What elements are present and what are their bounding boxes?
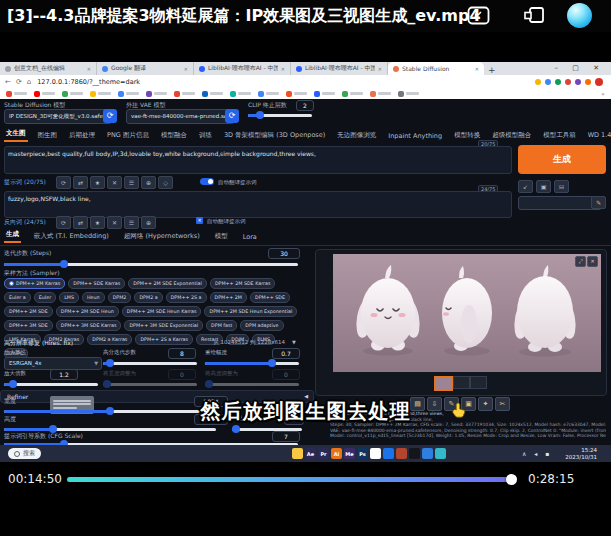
extension-icon[interactable] <box>575 79 581 85</box>
bookmark-item[interactable] <box>202 91 223 97</box>
sampler-option[interactable]: DPM2 <box>108 292 132 303</box>
reload-icon[interactable]: ⟳ <box>16 78 22 86</box>
sampler-option[interactable]: DPM++ SDE Karras <box>68 278 125 289</box>
hires-title[interactable]: 高分辨率修复 (Hires. fix) <box>4 339 73 348</box>
bookmark-item[interactable] <box>286 91 307 97</box>
taskbar-app-icon[interactable] <box>422 448 433 459</box>
bookmark-item[interactable] <box>258 91 279 97</box>
webui-tab[interactable]: 后期处理 <box>67 129 97 142</box>
sampler-option[interactable]: DPM++ 3M SDE Exponential <box>124 320 203 331</box>
bookmark-item[interactable] <box>34 91 55 97</box>
bookmark-item[interactable] <box>146 91 167 97</box>
extra-tab[interactable]: 超网络 (Hypernetworks) <box>122 230 202 243</box>
resize-w-slider[interactable] <box>103 383 197 386</box>
prompt-tool-button[interactable]: ⇄ <box>73 176 88 189</box>
prompt-textarea[interactable]: masterpiece,best quality,full body,IP,3d… <box>4 146 512 174</box>
upscale-by-slider[interactable] <box>4 383 98 386</box>
refresh-vae-button[interactable]: ⟳ <box>225 109 239 123</box>
prompt-tool-button[interactable]: ✕ <box>107 176 122 189</box>
resize-h-value[interactable]: 0 <box>272 369 300 380</box>
webui-tab[interactable]: 文生图 <box>4 127 28 142</box>
browser-tab[interactable]: Stable Diffusion ✕ <box>388 62 484 75</box>
hires-collapse-icon[interactable]: ▼ <box>292 339 296 345</box>
bookmark-item[interactable] <box>314 91 335 97</box>
prompt-tool-button[interactable]: ☰ <box>124 176 139 189</box>
progress-thumb[interactable] <box>506 474 517 485</box>
home-icon[interactable]: ⌂ <box>27 78 31 86</box>
prompt-tool-button[interactable]: ⊕ <box>141 176 156 189</box>
bookmark-item[interactable] <box>230 91 251 97</box>
denoise-value[interactable]: 0.7 <box>272 348 300 359</box>
negative-tool-button[interactable]: ★ <box>90 216 105 229</box>
profile-avatar[interactable] <box>595 78 603 86</box>
sampler-option[interactable]: DPM++ 3M SDE <box>4 320 53 331</box>
bookmark-item[interactable] <box>370 91 391 97</box>
sampler-option[interactable]: DPM++ 2M Karras <box>4 278 65 289</box>
generate-tool-button[interactable]: ⊟ <box>554 180 569 193</box>
sampler-option[interactable]: DPM adaptive <box>240 320 283 331</box>
extension-icon[interactable] <box>565 79 571 85</box>
sampler-option[interactable]: DPM++ SDE <box>250 292 290 303</box>
prompt-tool-button[interactable]: ★ <box>90 176 105 189</box>
browser-tab[interactable]: LiblibAI·哩布哩布AI - 中国领先的AI创作平台 ✕ <box>291 62 388 75</box>
negative-tool-button[interactable]: ☰ <box>124 216 139 229</box>
negative-prompt-textarea[interactable]: fuzzy,logo,NSFW,black line, <box>4 191 512 218</box>
edit-styles-button[interactable]: ✎ <box>591 196 606 209</box>
upscale-by-value[interactable]: 1.2 <box>50 369 78 380</box>
height-slider[interactable] <box>4 428 216 431</box>
taskbar-app-icon[interactable]: Ai <box>331 448 342 459</box>
cfg-value[interactable]: 7 <box>272 431 300 442</box>
translate-toggle[interactable] <box>200 178 214 185</box>
negative-tool-button[interactable]: ⊕ <box>141 216 156 229</box>
bookmarks-overflow-icon[interactable]: » <box>601 90 605 97</box>
browser-tab[interactable]: Google 翻译 ✕ <box>97 62 194 75</box>
tab-close-icon[interactable]: ✕ <box>475 66 479 72</box>
clip-skip-slider[interactable] <box>248 114 312 117</box>
webui-tab[interactable]: WD 1.4 标签器 <box>586 129 611 142</box>
taskbar-search[interactable]: 搜索 <box>8 448 41 459</box>
extra-tab[interactable]: Lora <box>241 231 259 243</box>
tab-close-icon[interactable]: ✕ <box>281 66 285 72</box>
webui-tab[interactable]: 模型工具箱 <box>541 129 578 142</box>
expand-image-icon[interactable]: ⤢ <box>575 256 586 267</box>
negative-tool-button[interactable]: ⇄ <box>73 216 88 229</box>
webui-tab[interactable]: 无边图像浏览 <box>335 129 378 142</box>
bookmark-item[interactable] <box>342 91 363 97</box>
taskbar-app-icon[interactable]: Me <box>344 448 355 459</box>
sampler-option[interactable]: Euler a <box>4 292 31 303</box>
browser-tab[interactable]: 创意文档_在线编辑 ✕ <box>0 62 97 75</box>
extension-icon[interactable] <box>545 79 551 85</box>
back-icon[interactable]: ← <box>5 78 11 86</box>
generate-tool-button[interactable]: ↙ <box>518 180 533 193</box>
sampler-option[interactable]: DPM++ 2M SDE Heun Exponential <box>204 306 297 317</box>
bookmark-item[interactable] <box>398 91 419 97</box>
sampler-option[interactable]: DPM fast <box>206 320 237 331</box>
translate-checkbox[interactable]: ✕ <box>196 217 203 224</box>
clip-skip-value[interactable]: 2 <box>296 100 314 111</box>
sampler-option[interactable]: LMS <box>59 292 79 303</box>
system-tray-icons[interactable]: ∧ ◂ ▪ <box>522 450 552 457</box>
bookmark-item[interactable] <box>118 91 139 97</box>
sampler-option[interactable]: DPM++ 3M SDE Karras <box>56 320 122 331</box>
new-tab-button[interactable]: + <box>488 65 496 75</box>
prompt-tool-button[interactable]: ⟳ <box>56 176 71 189</box>
sampler-option[interactable]: DPM++ 2M SDE Exponential <box>128 278 207 289</box>
url-text[interactable]: 127.0.0.1:7860/?__theme=dark <box>37 78 140 86</box>
negative-tool-button[interactable]: ✕ <box>107 216 122 229</box>
generated-image[interactable] <box>333 254 601 372</box>
sampler-option[interactable]: DPM++ 2M SDE Heun <box>56 306 119 317</box>
taskbar-app-icon[interactable] <box>370 448 381 459</box>
resize-w-value[interactable]: 0 <box>168 369 196 380</box>
player-logo-avatar[interactable] <box>567 3 592 28</box>
bookmark-item[interactable] <box>174 91 195 97</box>
taskbar-app-icon[interactable] <box>292 448 303 459</box>
steps-value[interactable]: 30 <box>268 248 300 259</box>
taskbar-app-icon[interactable]: Ps <box>357 448 368 459</box>
hires-steps-value[interactable]: 8 <box>168 348 196 359</box>
close-image-icon[interactable]: ✕ <box>587 256 598 267</box>
steps-slider[interactable] <box>4 263 298 266</box>
extension-icon[interactable] <box>535 79 541 85</box>
taskbar-app-icon[interactable] <box>396 448 407 459</box>
taskbar-app-icon[interactable] <box>435 448 446 459</box>
webui-tab[interactable]: Inpaint Anything <box>386 130 444 142</box>
